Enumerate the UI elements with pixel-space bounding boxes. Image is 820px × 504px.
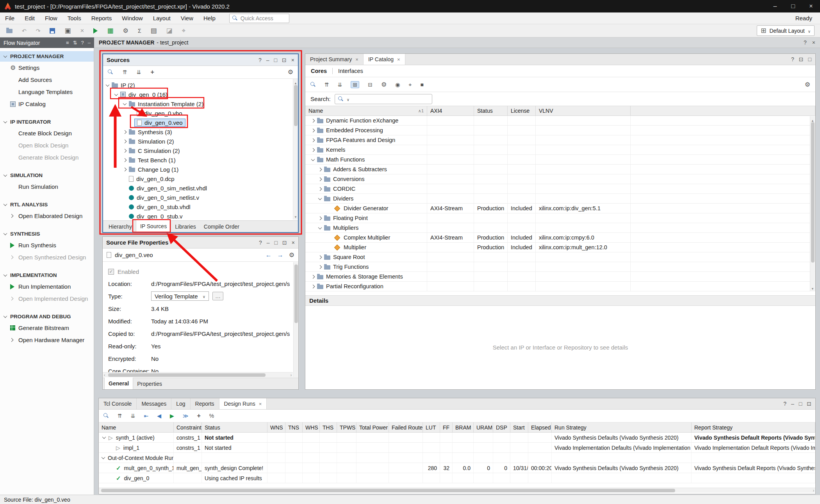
- gear-icon[interactable]: [289, 252, 294, 258]
- tab-messages[interactable]: Messages: [137, 398, 171, 409]
- scroll-down-icon[interactable]: [811, 285, 814, 291]
- expand-all-icon[interactable]: [137, 69, 141, 75]
- repository-icon[interactable]: ◉: [395, 82, 400, 87]
- column-total-power[interactable]: Total Power: [357, 422, 389, 432]
- column-tpws[interactable]: TPWS: [337, 422, 357, 432]
- step-back-icon[interactable]: ◀: [157, 413, 161, 419]
- probe-icon[interactable]: ⌖: [182, 27, 186, 34]
- column-wns[interactable]: WNS: [267, 422, 285, 432]
- tab-design-runs[interactable]: Design Runs ×: [219, 398, 267, 409]
- catalog-row[interactable]: Memories & Storage Elements: [305, 272, 815, 282]
- tree-item-test-bench[interactable]: Test Bench (1): [103, 155, 298, 165]
- section-project-manager[interactable]: PROJECT MANAGER: [0, 51, 94, 62]
- sidebar-item-run-implementation[interactable]: Run Implementation: [0, 280, 94, 293]
- tree-item-sim-netlist-vhdl[interactable]: div_gen_0_sim_netlist.vhdl: [103, 183, 298, 193]
- enabled-checkbox[interactable]: [108, 269, 114, 275]
- column-run-strategy[interactable]: Run Strategy: [552, 422, 692, 432]
- float-icon[interactable]: [799, 57, 804, 62]
- scroll-right-icon[interactable]: ›: [813, 488, 814, 493]
- window-close-button[interactable]: ×: [802, 0, 820, 12]
- sidebar-item-open-implemented-design[interactable]: Open Implemented Design: [0, 293, 94, 305]
- tree-item-div-gen-0-dcp[interactable]: div_gen_0.dcp: [103, 174, 298, 183]
- run-row-impl-1[interactable]: impl_1 constrs_1 Not started Vivado Impl…: [99, 443, 815, 453]
- catalog-row[interactable]: Adders & Subtracters: [305, 165, 815, 174]
- delete-icon[interactable]: ×: [80, 27, 84, 34]
- report-icon[interactable]: ▤: [151, 27, 157, 34]
- resume-icon[interactable]: ≫: [183, 413, 189, 419]
- flow-navigator-help-icon[interactable]: ?: [81, 40, 84, 46]
- column-uram[interactable]: URAM: [474, 422, 493, 432]
- menu-view[interactable]: View: [176, 12, 198, 24]
- column-lut[interactable]: LUT: [423, 422, 440, 432]
- tab-libraries[interactable]: Libraries: [171, 221, 200, 232]
- float-icon[interactable]: [282, 240, 287, 245]
- menu-tools[interactable]: Tools: [62, 12, 86, 24]
- column-axi4[interactable]: AXI4: [427, 106, 474, 115]
- tree-item-ip[interactable]: IP (2): [103, 80, 298, 90]
- launch-runs-icon[interactable]: ▶: [170, 413, 174, 419]
- tree-item-instantiation-template[interactable]: Instantiation Template (2): [103, 99, 298, 108]
- subtab-interfaces[interactable]: Interfaces: [338, 68, 363, 74]
- tree-item-change-log[interactable]: Change Log (1): [103, 165, 298, 174]
- column-failed-routes[interactable]: Failed Routes: [389, 422, 423, 432]
- sidebar-item-open-elaborated-design[interactable]: Open Elaborated Design: [0, 210, 94, 222]
- sidebar-item-open-synthesized-design[interactable]: Open Synthesized Design: [0, 251, 94, 263]
- browse-button[interactable]: [212, 292, 223, 300]
- run-icon[interactable]: [93, 28, 98, 34]
- horizontal-scrollbar[interactable]: ‹ ›: [99, 488, 815, 493]
- horizontal-scrollbar[interactable]: ‹ ›: [103, 372, 293, 377]
- gear-icon[interactable]: [288, 69, 293, 75]
- minimize-icon[interactable]: [791, 401, 794, 406]
- menu-reports[interactable]: Reports: [86, 12, 117, 24]
- column-whs[interactable]: WHS: [303, 422, 320, 432]
- menu-help[interactable]: Help: [198, 12, 221, 24]
- tree-item-div-gen-0[interactable]: div_gen_0 (16): [103, 90, 298, 99]
- menu-edit[interactable]: Edit: [20, 12, 40, 24]
- close-tab-icon[interactable]: ×: [397, 57, 400, 62]
- column-ths[interactable]: THS: [320, 422, 337, 432]
- help-icon[interactable]: [791, 57, 794, 62]
- run-row-div-gen-0[interactable]: div_gen_0 Using cached IP results: [99, 473, 815, 483]
- subtab-cores[interactable]: Cores: [311, 68, 327, 74]
- search-icon[interactable]: [108, 69, 113, 75]
- hierarchy-view-icon[interactable]: ⊞: [351, 81, 359, 88]
- catalog-row[interactable]: FPGA Features and Design: [305, 135, 815, 145]
- flow-navigator-menu-icon[interactable]: ≡: [66, 40, 69, 46]
- tree-item-div-gen-0-vho[interactable]: div_gen_0.vho: [103, 108, 298, 118]
- menu-file[interactable]: File: [0, 12, 20, 24]
- catalog-row[interactable]: Dynamic Function eXchange: [305, 116, 815, 126]
- scroll-left-icon[interactable]: ‹: [104, 373, 105, 378]
- scrollbar-thumb[interactable]: [108, 373, 266, 377]
- open-project-icon[interactable]: [6, 29, 12, 33]
- tab-hierarchy[interactable]: Hierarchy: [105, 221, 136, 232]
- relative-units-icon[interactable]: %: [209, 413, 214, 419]
- tree-item-div-gen-0-veo[interactable]: div_gen_0.veo: [103, 118, 298, 127]
- column-name[interactable]: Name: [99, 422, 174, 432]
- catalog-row[interactable]: Kernels: [305, 145, 815, 155]
- settings-gear-icon[interactable]: [805, 82, 810, 88]
- search-icon[interactable]: [103, 413, 109, 419]
- help-icon[interactable]: [259, 240, 262, 245]
- window-minimize-button[interactable]: –: [766, 0, 784, 12]
- collapse-all-icon[interactable]: [123, 69, 127, 75]
- flow-icon[interactable]: ▦: [107, 27, 113, 34]
- quick-access-search[interactable]: Quick Access: [229, 14, 289, 23]
- undo-icon[interactable]: [22, 28, 27, 34]
- column-ff[interactable]: FF: [440, 422, 453, 432]
- tab-general[interactable]: General: [104, 378, 133, 389]
- window-maximize-button[interactable]: □: [784, 0, 802, 12]
- section-rtl-analysis[interactable]: RTL ANALYSIS: [0, 199, 94, 210]
- tab-log[interactable]: Log: [171, 398, 190, 409]
- run-row-synth-1[interactable]: synth_1 (active) constrs_1 Not started V…: [99, 433, 815, 443]
- collapse-all-icon[interactable]: [118, 413, 122, 419]
- column-elapsed[interactable]: Elapsed: [528, 422, 552, 432]
- close-icon[interactable]: [812, 40, 815, 45]
- save-icon[interactable]: [50, 28, 55, 34]
- maximize-icon[interactable]: [274, 57, 277, 63]
- column-tns[interactable]: TNS: [285, 422, 303, 432]
- tab-reports[interactable]: Reports: [191, 398, 219, 409]
- sidebar-item-run-synthesis[interactable]: Run Synthesis: [0, 239, 94, 251]
- close-tab-icon[interactable]: ×: [259, 401, 262, 407]
- redo-icon[interactable]: [36, 28, 41, 34]
- float-icon[interactable]: [282, 57, 287, 63]
